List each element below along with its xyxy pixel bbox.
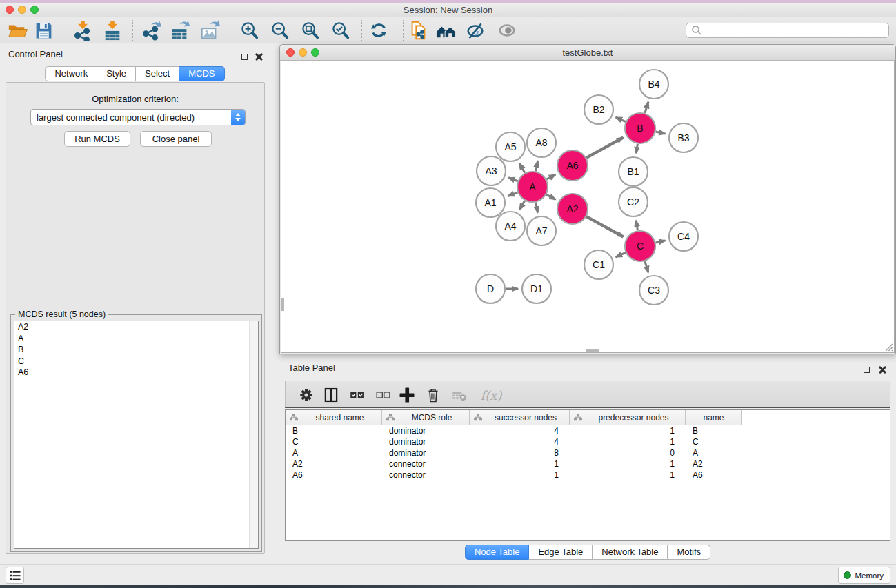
result-item[interactable]: A <box>14 333 258 345</box>
edge-B-B3[interactable] <box>655 132 665 134</box>
column-header-MCDS-role[interactable]: MCDS role <box>382 410 470 425</box>
memory-button[interactable]: Memory <box>838 567 890 584</box>
node-D[interactable]: D <box>476 274 505 303</box>
node-A1[interactable]: A1 <box>476 188 505 217</box>
float-table-panel-icon[interactable] <box>864 363 871 371</box>
zoom-selected-button[interactable] <box>329 19 352 41</box>
horizontal-scroll-thumb[interactable] <box>586 349 599 352</box>
edge-C-C1[interactable] <box>616 252 626 256</box>
tab-mcds[interactable]: MCDS <box>179 66 224 81</box>
import-network-button[interactable] <box>71 19 94 41</box>
table-row[interactable]: A2connector11A2 <box>286 458 890 469</box>
function-builder-button[interactable]: f(x) <box>476 384 506 406</box>
search-input[interactable] <box>705 26 888 35</box>
copy-style-button[interactable] <box>407 19 430 41</box>
task-history-button[interactable] <box>6 567 24 584</box>
result-item[interactable]: B <box>14 344 258 356</box>
vertical-scroll-thumb[interactable] <box>281 298 284 311</box>
node-A5[interactable]: A5 <box>496 132 525 161</box>
edge-A-A6[interactable] <box>546 174 555 179</box>
edge-A-A8[interactable] <box>536 161 538 171</box>
delete-table-button[interactable] <box>448 384 470 406</box>
node-B1[interactable]: B1 <box>619 157 648 186</box>
table-row[interactable]: A6connector11A6 <box>286 469 890 480</box>
close-panel-button[interactable]: Close panel <box>140 131 212 147</box>
node-B3[interactable]: B3 <box>669 123 698 152</box>
show-column-button[interactable] <box>320 384 342 406</box>
edge-A-A4[interactable] <box>519 201 525 210</box>
resize-grip-icon[interactable] <box>884 342 893 352</box>
delete-column-button[interactable] <box>422 384 444 406</box>
create-column-button[interactable] <box>396 384 418 406</box>
node-A4[interactable]: A4 <box>496 212 525 241</box>
node-C3[interactable]: C3 <box>639 276 668 305</box>
unselect-all-columns-button[interactable] <box>372 384 395 406</box>
node-A7[interactable]: A7 <box>527 216 556 245</box>
export-image-button[interactable] <box>198 19 221 41</box>
edge-A-A7[interactable] <box>536 203 538 213</box>
select-all-columns-button[interactable] <box>346 384 368 406</box>
node-A6[interactable]: A6 <box>557 150 588 181</box>
column-header-successor-nodes[interactable]: successor nodes <box>470 410 570 425</box>
column-header-predecessor-nodes[interactable]: predecessor nodes <box>570 410 686 425</box>
node-A8[interactable]: A8 <box>527 128 556 157</box>
table-tab-motifs[interactable]: Motifs <box>668 545 710 560</box>
edge-B-B4[interactable] <box>645 102 648 113</box>
table-tab-network-table[interactable]: Network Table <box>593 545 668 560</box>
result-item[interactable]: C <box>14 356 258 367</box>
tab-network[interactable]: Network <box>45 66 97 81</box>
edge-A-A2[interactable] <box>546 194 555 199</box>
search-field[interactable] <box>686 23 889 38</box>
export-network-button[interactable] <box>139 19 163 41</box>
node-C1[interactable]: C1 <box>584 250 613 279</box>
result-item[interactable]: A6 <box>14 367 258 378</box>
hide-panel-button[interactable] <box>495 19 519 41</box>
close-panel-icon[interactable] <box>255 50 263 58</box>
tab-style[interactable]: Style <box>97 66 136 81</box>
table-tab-edge-table[interactable]: Edge Table <box>529 545 593 560</box>
import-table-button[interactable] <box>101 19 124 41</box>
edge-C-C2[interactable] <box>636 221 637 231</box>
edge-A-A1[interactable] <box>508 192 517 196</box>
column-header-shared-name[interactable]: shared name <box>286 410 382 425</box>
close-table-panel-icon[interactable] <box>879 363 886 371</box>
table-row[interactable]: Bdominator41B <box>286 425 890 436</box>
network-canvas[interactable]: B4B2BB3A5A8A6B1A3AA1C2A2A4A7C4CC1DD1C3 <box>281 61 895 353</box>
export-table-button[interactable] <box>168 19 192 41</box>
open-session-button[interactable] <box>6 19 29 41</box>
network-window-titlebar[interactable]: testGlobe.txt <box>280 45 895 61</box>
float-panel-icon[interactable] <box>241 50 249 58</box>
result-item[interactable]: A2 <box>14 321 258 333</box>
show-hide-style-button[interactable] <box>464 19 487 41</box>
node-B2[interactable]: B2 <box>584 95 613 124</box>
edge-B-B2[interactable] <box>616 117 626 121</box>
node-C4[interactable]: C4 <box>669 222 698 251</box>
criterion-dropdown[interactable]: largest connected component (directed) <box>30 109 246 125</box>
result-scrollbar[interactable] <box>249 321 258 548</box>
edge-C-C4[interactable] <box>655 241 665 243</box>
node-B[interactable]: B <box>625 113 655 143</box>
network-overview-button[interactable] <box>435 19 458 41</box>
save-session-button[interactable] <box>32 19 55 41</box>
table-settings-button[interactable] <box>295 384 317 406</box>
node-C[interactable]: C <box>625 231 655 261</box>
zoom-in-button[interactable] <box>238 19 261 41</box>
node-A2[interactable]: A2 <box>557 194 588 224</box>
zoom-out-button[interactable] <box>268 19 292 41</box>
edge-A2-C[interactable] <box>586 216 623 236</box>
edge-A-A3[interactable] <box>508 178 517 181</box>
table-tab-node-table[interactable]: Node Table <box>465 545 530 560</box>
edge-A6-B[interactable] <box>586 138 623 158</box>
table-row[interactable]: Cdominator41C <box>286 436 890 447</box>
node-B4[interactable]: B4 <box>639 70 668 99</box>
edge-A-A5[interactable] <box>519 163 525 173</box>
node-A[interactable]: A <box>517 172 548 202</box>
refresh-button[interactable] <box>367 19 390 41</box>
edge-B-B1[interactable] <box>636 144 637 154</box>
node-D1[interactable]: D1 <box>522 274 551 303</box>
tab-select[interactable]: Select <box>136 66 179 81</box>
node-C2[interactable]: C2 <box>619 187 648 216</box>
table-row[interactable]: Adominator80A <box>286 447 890 458</box>
zoom-fit-button[interactable] <box>299 19 322 41</box>
node-A3[interactable]: A3 <box>477 156 506 185</box>
